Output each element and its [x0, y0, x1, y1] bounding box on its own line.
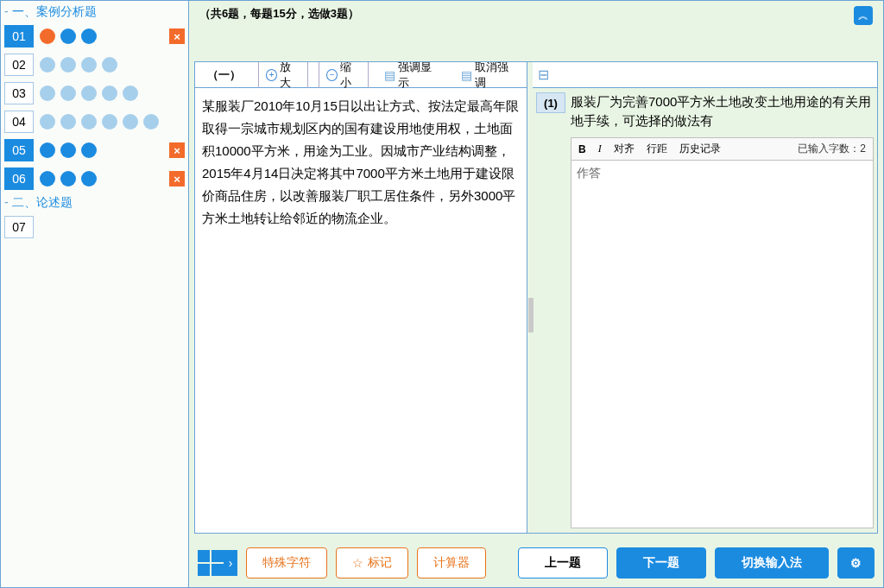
- settings-button[interactable]: ⚙: [837, 547, 875, 579]
- passage-number: （一）: [200, 67, 248, 83]
- subq-dots: [35, 114, 185, 130]
- question-number[interactable]: 02: [4, 54, 34, 76]
- question-row[interactable]: 07: [4, 215, 185, 239]
- pane-divider[interactable]: [527, 62, 533, 533]
- minus-icon: −: [326, 69, 338, 81]
- dot-icon: [40, 28, 55, 44]
- dot-icon: [40, 114, 55, 130]
- dot-icon: [60, 28, 76, 44]
- answer-pane: ⊟ (1) 服装厂为完善7000平方米土地改变土地用途的有关用地手续，可选择的做…: [533, 62, 877, 533]
- star-icon: ☆: [352, 556, 363, 570]
- ime-button[interactable]: 切换输入法: [715, 547, 829, 579]
- question-row[interactable]: 03: [4, 81, 185, 105]
- dot-icon: [81, 57, 97, 73]
- dot-icon: [81, 171, 97, 187]
- dot-icon: [40, 142, 55, 158]
- answer-toolbar: ⊟: [533, 62, 877, 88]
- highlight-icon: ▤: [384, 69, 395, 81]
- question-row[interactable]: 06×: [4, 167, 185, 191]
- passage-toolbar: （一） +放大 −缩小 ▤强调显示 ▤取消强调: [195, 62, 527, 88]
- layout-toggle-icon[interactable]: ⊟: [538, 66, 549, 83]
- layout-grid-toggle[interactable]: ›: [198, 550, 237, 576]
- question-row[interactable]: 04: [4, 110, 185, 134]
- dot-icon: [81, 142, 97, 158]
- align-button[interactable]: 对齐: [614, 142, 635, 156]
- question-row[interactable]: 02: [4, 53, 185, 77]
- linespace-button[interactable]: 行距: [647, 142, 667, 156]
- close-icon[interactable]: ×: [169, 142, 185, 158]
- dot-icon: [81, 114, 97, 130]
- dot-icon: [81, 28, 97, 44]
- plus-icon: +: [266, 69, 277, 81]
- special-chars-button[interactable]: 特殊字符: [246, 547, 327, 579]
- subq-dots: [35, 28, 167, 44]
- close-icon[interactable]: ×: [169, 171, 185, 187]
- answer-textarea[interactable]: 作答: [571, 161, 873, 528]
- topbar: （共6题，每题15分，选做3题） ︽: [189, 1, 883, 61]
- dot-icon: [102, 57, 117, 73]
- subq-dots: [35, 171, 167, 187]
- passage-text: 某服装厂2010年10月15日以出让方式、按法定最高年限取得一宗城市规划区内的国…: [195, 88, 527, 533]
- question-number[interactable]: 06: [4, 168, 34, 190]
- dot-icon: [123, 85, 138, 101]
- section-title: 二、论述题: [4, 195, 185, 211]
- bottombar: › 特殊字符 ☆标记 计算器 上一题 下一题 切换输入法 ⚙: [189, 539, 883, 587]
- subq-dots: [35, 142, 167, 158]
- collapse-button[interactable]: ︽: [854, 6, 873, 25]
- dot-icon: [143, 114, 159, 130]
- section-hint: （共6题，每题15分，选做3题）: [199, 6, 359, 22]
- dot-icon: [40, 171, 55, 187]
- question-number[interactable]: 05: [4, 139, 34, 161]
- next-button[interactable]: 下一题: [616, 547, 706, 579]
- question-number[interactable]: 07: [4, 216, 34, 238]
- dot-icon: [40, 57, 55, 73]
- editor-toolbar: B I 对齐 行距 历史记录 已输入字数：2: [571, 138, 873, 161]
- section-title: 一、案例分析题: [4, 4, 185, 20]
- dot-icon: [60, 85, 76, 101]
- italic-button[interactable]: I: [598, 142, 602, 155]
- answer-editor: B I 对齐 行距 历史记录 已输入字数：2 作答: [571, 137, 874, 528]
- question-number[interactable]: 03: [4, 82, 34, 104]
- dot-icon: [102, 114, 117, 130]
- workarea: （一） +放大 −缩小 ▤强调显示 ▤取消强调 某服装厂2010年10月15日以…: [194, 61, 878, 534]
- chevron-right-icon: ›: [224, 550, 237, 576]
- question-number[interactable]: 01: [4, 25, 34, 47]
- drag-handle-icon[interactable]: [528, 298, 534, 332]
- dot-icon: [102, 85, 117, 101]
- dot-icon: [40, 85, 55, 101]
- char-count: 已输入字数：2: [798, 142, 866, 156]
- main-area: （共6题，每题15分，选做3题） ︽ （一） +放大 −缩小 ▤强调显示 ▤取消…: [189, 1, 883, 587]
- subq-dots: [35, 85, 185, 101]
- history-button[interactable]: 历史记录: [679, 142, 721, 156]
- unhighlight-icon: ▤: [461, 69, 472, 81]
- grid-icon: [198, 550, 224, 576]
- question-row[interactable]: 05×: [4, 138, 185, 162]
- question-number[interactable]: 04: [4, 111, 34, 133]
- dot-icon: [81, 85, 97, 101]
- dot-icon: [60, 57, 76, 73]
- sub-question-number: (1): [536, 92, 565, 113]
- bold-button[interactable]: B: [578, 143, 586, 155]
- passage-pane: （一） +放大 −缩小 ▤强调显示 ▤取消强调 某服装厂2010年10月15日以…: [195, 62, 527, 533]
- dot-icon: [60, 142, 76, 158]
- close-icon[interactable]: ×: [169, 28, 185, 44]
- question-nav-sidebar: 一、案例分析题01×02030405×06×二、论述题07: [1, 1, 189, 587]
- dot-icon: [123, 114, 138, 130]
- subq-dots: [35, 57, 185, 73]
- calculator-button[interactable]: 计算器: [417, 547, 486, 579]
- question-row[interactable]: 01×: [4, 24, 185, 48]
- dot-icon: [60, 171, 76, 187]
- prev-button[interactable]: 上一题: [518, 547, 608, 579]
- dot-icon: [60, 114, 76, 130]
- gear-icon: ⚙: [850, 556, 862, 570]
- sub-question-text: 服装厂为完善7000平方米土地改变土地用途的有关用地手续，可选择的做法有: [571, 92, 874, 130]
- mark-button[interactable]: ☆标记: [336, 547, 408, 579]
